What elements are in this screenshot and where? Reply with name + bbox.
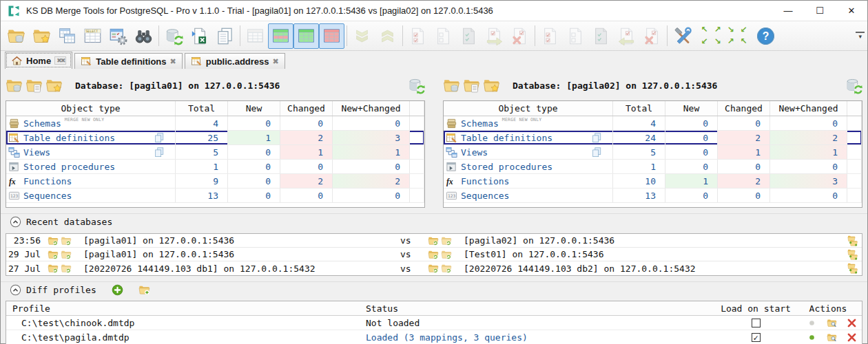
- object-type-row[interactable]: Views5011: [444, 145, 862, 160]
- copy-objects-button[interactable]: [591, 147, 603, 158]
- recent-database-row[interactable]: 29 Jul[pagila01] on 127.0.0.1:5436vs[Tes…: [6, 248, 862, 261]
- open-profile-folder-icon[interactable]: [138, 284, 150, 296]
- object-type-row[interactable]: SchemasMERGE NEW ONLY4000: [444, 116, 862, 131]
- object-type-label[interactable]: Views: [461, 147, 488, 158]
- object-type-label[interactable]: Table definitions: [461, 133, 552, 143]
- settings-button[interactable]: [670, 23, 695, 49]
- cancel-left-script-button[interactable]: [639, 23, 665, 49]
- object-type-label[interactable]: Table definitions: [23, 133, 115, 143]
- panel-arrow-icon[interactable]: ↗: [724, 36, 737, 47]
- panel-arrow-icon[interactable]: ↘: [711, 36, 724, 47]
- copy-objects-button[interactable]: [154, 132, 165, 144]
- object-type-row[interactable]: Stored procedures1000: [444, 160, 862, 174]
- browse-profile-button[interactable]: [827, 332, 837, 343]
- object-type-label[interactable]: Stored procedures: [23, 162, 115, 172]
- refresh-right-database-button[interactable]: [845, 77, 862, 94]
- object-type-row[interactable]: Table definitions25123: [6, 131, 424, 145]
- show-changed-rows-button[interactable]: [319, 23, 344, 49]
- cancel-right-script-button[interactable]: [507, 23, 533, 49]
- object-type-label[interactable]: Stored procedures: [461, 162, 552, 172]
- object-type-row[interactable]: fxFunctions10123: [444, 174, 862, 189]
- object-type-label[interactable]: Schemas: [461, 118, 499, 129]
- refresh-left-database-button[interactable]: [408, 77, 425, 94]
- open-right-script-button[interactable]: [441, 235, 452, 246]
- delete-profile-button[interactable]: [847, 318, 857, 328]
- open-pair-button[interactable]: [847, 249, 858, 260]
- minimize-button[interactable]: —: [772, 1, 804, 21]
- object-type-row[interactable]: Views5011: [6, 145, 424, 160]
- diff-profile-row[interactable]: C:\test\chinook.dmtdpNot loaded: [6, 316, 862, 330]
- show-new-rows-button[interactable]: [293, 23, 319, 49]
- diff-options-button[interactable]: [105, 23, 131, 49]
- object-type-label[interactable]: Schemas: [23, 118, 61, 129]
- object-type-label[interactable]: Sequences: [23, 191, 72, 201]
- open-left-database-button[interactable]: [6, 77, 23, 94]
- object-type-row[interactable]: 123Sequences13000: [444, 189, 862, 203]
- object-type-label[interactable]: Functions: [23, 176, 72, 186]
- export-excel-button[interactable]: [187, 23, 212, 49]
- help-button[interactable]: ?: [753, 23, 778, 49]
- close-tab-icon[interactable]: ✖: [170, 57, 176, 66]
- open-left-script-button[interactable]: [61, 235, 72, 246]
- browse-profile-button[interactable]: [827, 318, 837, 328]
- collapse-profiles-icon[interactable]: [10, 284, 21, 296]
- apply-to-left-button[interactable]: [614, 23, 639, 49]
- object-type-label[interactable]: Sequences: [461, 191, 509, 201]
- panel-arrow-icon[interactable]: ↙: [698, 36, 711, 47]
- close-button[interactable]: ✕: [836, 1, 867, 21]
- schema-diff-button[interactable]: [54, 23, 80, 49]
- check-all-right-button[interactable]: [537, 23, 563, 49]
- check-identical-left-button[interactable]: [456, 23, 482, 49]
- find-button[interactable]: [131, 23, 156, 49]
- open-comparison-button[interactable]: [3, 23, 29, 49]
- load-on-start-checkbox[interactable]: [752, 319, 761, 327]
- open-left-database-button[interactable]: [48, 263, 59, 274]
- open-left-script-button[interactable]: [61, 249, 72, 260]
- open-right-database-button[interactable]: [443, 77, 460, 94]
- show-grid-button[interactable]: [242, 23, 268, 49]
- open-left-database-button[interactable]: [48, 235, 59, 246]
- uncheck-all-right-button[interactable]: [563, 23, 588, 49]
- recent-database-row[interactable]: 23:56[pagila01] on 127.0.0.1:5436vs[pagi…: [6, 234, 862, 248]
- apply-to-right-button[interactable]: [482, 23, 507, 49]
- open-right-database-button[interactable]: [428, 263, 439, 274]
- open-right-recent-button[interactable]: [483, 77, 500, 94]
- tab-home[interactable]: Home✖✖: [5, 52, 72, 69]
- maximize-button[interactable]: ☐: [804, 1, 836, 21]
- panel-arrow-icon[interactable]: ↘: [724, 24, 737, 36]
- object-type-row[interactable]: Stored procedures1000: [6, 160, 424, 174]
- open-left-recent-button[interactable]: [45, 77, 63, 94]
- object-type-label[interactable]: Functions: [461, 176, 509, 186]
- toolbar-overflow-button[interactable]: ▾: [856, 32, 865, 40]
- sync-up-button[interactable]: [375, 23, 400, 49]
- panel-arrow-icon[interactable]: ↖: [698, 24, 711, 36]
- open-right-script-button[interactable]: [441, 249, 452, 260]
- open-right-script-button[interactable]: [463, 77, 480, 94]
- check-identical-right-button[interactable]: [588, 23, 614, 49]
- open-left-script-button[interactable]: [25, 77, 43, 94]
- panel-arrow-icon[interactable]: ↗: [711, 24, 724, 36]
- object-type-row[interactable]: 123Sequences13000: [6, 189, 424, 203]
- open-right-database-button[interactable]: [428, 235, 439, 246]
- load-on-start-checkbox[interactable]: ✓: [752, 333, 761, 342]
- close-tab-icon[interactable]: ✖: [273, 57, 279, 66]
- panel-arrow-icon[interactable]: ↙: [737, 24, 750, 36]
- copy-objects-button[interactable]: [154, 147, 165, 158]
- panel-arrows[interactable]: ↖↗↘↙↙↘↗↖: [695, 23, 753, 49]
- diff-profile-row[interactable]: C:\test\pagila.dmtdpLoaded (3 mappings, …: [6, 330, 862, 344]
- uncheck-all-left-button[interactable]: [431, 23, 456, 49]
- refresh-databases-button[interactable]: [161, 23, 187, 49]
- show-all-rows-button[interactable]: [268, 23, 293, 49]
- new-comparison-button[interactable]: [29, 23, 54, 49]
- tab-table-definitions[interactable]: Table definitions✖: [74, 53, 183, 69]
- object-type-row[interactable]: fxFunctions9022: [6, 174, 424, 189]
- object-type-row[interactable]: SchemasMERGE NEW ONLY4000: [6, 116, 424, 131]
- tab-public-address[interactable]: public.address✖: [185, 53, 285, 69]
- delete-profile-button[interactable]: [847, 332, 857, 343]
- check-all-left-button[interactable]: [405, 23, 431, 49]
- open-pair-button[interactable]: [847, 263, 858, 274]
- data-diff-button[interactable]: SELECT: [80, 23, 105, 49]
- panel-arrow-icon[interactable]: ↖: [737, 36, 750, 47]
- open-pair-button[interactable]: [847, 235, 858, 246]
- close-all-tabs-icon[interactable]: ✖✖: [54, 56, 66, 65]
